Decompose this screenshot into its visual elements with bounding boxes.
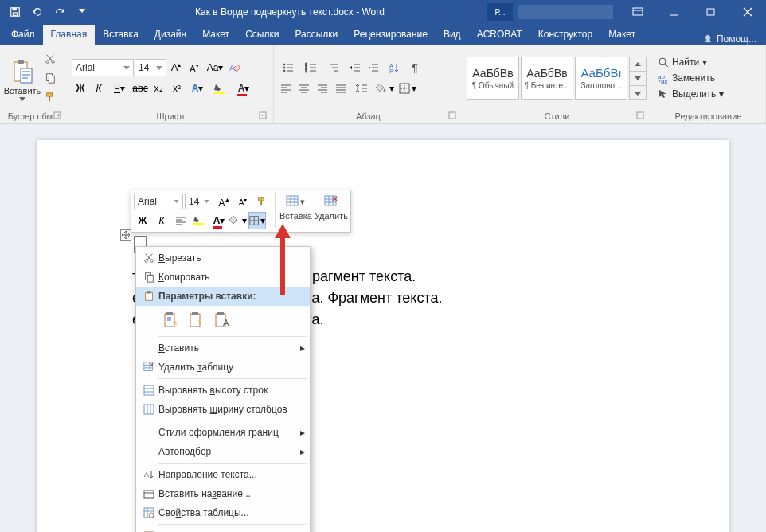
mini-highlight[interactable]: [191, 212, 209, 229]
ctx-insert[interactable]: Вставить▸: [136, 338, 310, 358]
style-no-spacing[interactable]: АаБбВв¶ Без инте...: [521, 57, 573, 100]
multilevel-list-button[interactable]: [323, 59, 346, 76]
ctx-text-direction[interactable]: АНаправление текста...: [136, 465, 310, 484]
mini-borders[interactable]: ▾: [248, 212, 266, 229]
mini-shrink-font[interactable]: A▾: [234, 193, 252, 210]
maximize-button[interactable]: [693, 0, 729, 24]
change-case-button[interactable]: Aa▾: [204, 59, 226, 76]
font-name-combo[interactable]: Arial: [72, 59, 134, 76]
font-size-combo[interactable]: 14: [135, 59, 166, 76]
replace-button[interactable]: abacЗаменить: [655, 71, 727, 85]
italic-button[interactable]: К: [90, 80, 107, 97]
mini-size-combo[interactable]: 14: [185, 194, 213, 209]
increase-indent-button[interactable]: [365, 59, 382, 76]
tell-me-box[interactable]: Помощ...: [704, 33, 766, 45]
save-button[interactable]: [5, 2, 25, 22]
shrink-font-button[interactable]: A▾: [186, 59, 203, 76]
show-marks-button[interactable]: ¶: [406, 59, 424, 76]
mini-format-painter[interactable]: [253, 193, 271, 210]
mini-align[interactable]: [172, 212, 190, 229]
paragraph-launcher[interactable]: [448, 111, 458, 121]
justify-button[interactable]: [332, 80, 350, 97]
tab-home[interactable]: Главная: [43, 25, 96, 45]
svg-text:A: A: [223, 318, 229, 327]
mini-bold[interactable]: Ж: [134, 212, 151, 229]
format-painter-button[interactable]: [41, 88, 59, 106]
style-heading1[interactable]: АаБбВıЗаголово...: [575, 57, 627, 100]
styles-scroll-down[interactable]: [629, 71, 647, 85]
minimize-button[interactable]: [656, 0, 693, 24]
mini-italic[interactable]: К: [153, 212, 170, 229]
bullets-button[interactable]: [277, 59, 299, 76]
tab-view[interactable]: Вид: [436, 25, 469, 45]
styles-scroll-up[interactable]: [629, 57, 647, 71]
ctx-table-properties[interactable]: Свойства таблицы...: [136, 503, 310, 522]
ctx-insert-caption[interactable]: Вставить название...: [136, 484, 310, 503]
mini-grow-font[interactable]: A▴: [215, 193, 233, 210]
tab-file[interactable]: Файл: [3, 25, 43, 45]
close-button[interactable]: [729, 0, 766, 24]
clipboard-launcher[interactable]: [53, 111, 63, 121]
styles-launcher[interactable]: [636, 111, 646, 121]
mini-font-combo[interactable]: Arial: [134, 194, 183, 209]
tab-review[interactable]: Рецензирование: [346, 25, 436, 45]
select-button[interactable]: Выделить ▾: [655, 87, 727, 101]
subscript-button[interactable]: x₂: [150, 80, 167, 97]
table-move-handle-icon[interactable]: [120, 229, 131, 241]
tab-table-design[interactable]: Конструктор: [530, 25, 600, 45]
borders-button[interactable]: ▾: [397, 80, 419, 97]
cut-button[interactable]: [41, 50, 59, 68]
numbering-button[interactable]: 123: [300, 59, 322, 76]
ctx-copy[interactable]: Копировать: [136, 268, 310, 287]
tab-insert[interactable]: Вставка: [95, 25, 147, 45]
account-button[interactable]: Р...: [487, 3, 513, 21]
mini-shading[interactable]: ▾: [229, 212, 247, 229]
paste-keep-formatting[interactable]: [160, 309, 182, 331]
underline-button[interactable]: Ч▾: [108, 80, 131, 97]
ctx-distribute-rows[interactable]: Выровнять высоту строк: [136, 381, 310, 400]
text-effects-button[interactable]: A▾: [186, 80, 209, 97]
tab-layout[interactable]: Макет: [194, 25, 237, 45]
grow-font-button[interactable]: A▴: [167, 59, 185, 76]
tab-acrobat[interactable]: ACROBAT: [469, 25, 530, 45]
mini-font-color[interactable]: A▾: [210, 212, 228, 229]
superscript-button[interactable]: x²: [168, 80, 186, 97]
tab-references[interactable]: Ссылки: [237, 25, 287, 45]
ctx-cut[interactable]: Вырезать: [136, 248, 310, 268]
align-left-button[interactable]: [277, 80, 295, 97]
redo-button[interactable]: [49, 2, 70, 22]
align-right-button[interactable]: [314, 80, 331, 97]
copy-button[interactable]: [41, 69, 59, 87]
paste-merge-formatting[interactable]: [186, 309, 208, 331]
paste-text-only[interactable]: A: [211, 309, 233, 331]
tab-design[interactable]: Дизайн: [147, 25, 194, 45]
styles-expand[interactable]: [629, 85, 647, 100]
paste-button[interactable]: Вставить: [3, 56, 41, 101]
mini-insert-group[interactable]: ▾ Вставка: [279, 193, 312, 229]
align-center-button[interactable]: [295, 80, 313, 97]
ctx-distribute-cols[interactable]: Выровнять ширину столбцов: [136, 400, 310, 419]
strikethrough-button[interactable]: abc: [131, 80, 149, 97]
qat-customize-button[interactable]: [72, 2, 92, 22]
sort-button[interactable]: AЯ: [383, 59, 405, 76]
font-launcher[interactable]: [259, 111, 268, 121]
clear-formatting-button[interactable]: A: [227, 59, 244, 76]
ctx-new-comment[interactable]: Создать примечание: [136, 526, 310, 532]
tab-mailings[interactable]: Рассылки: [287, 25, 346, 45]
decrease-indent-button[interactable]: [346, 59, 364, 76]
tab-table-layout[interactable]: Макет: [600, 25, 643, 45]
find-button[interactable]: Найти ▾: [655, 55, 727, 69]
mini-delete-group[interactable]: Удалить: [315, 193, 348, 229]
ctx-border-styles[interactable]: Стили оформления границ▸: [136, 423, 310, 442]
highlight-button[interactable]: [209, 80, 232, 97]
bold-button[interactable]: Ж: [72, 80, 89, 97]
font-color-button[interactable]: A▾: [233, 80, 255, 97]
ribbon-display-options-button[interactable]: [619, 0, 656, 24]
shading-button[interactable]: ▾: [373, 80, 396, 97]
ctx-autofit[interactable]: Автоподбор▸: [136, 442, 310, 461]
style-normal[interactable]: АаБбВв¶ Обычный: [467, 57, 519, 100]
document-area[interactable]: текста. Фрагмент текста. Фрагмент текста…: [0, 124, 766, 532]
undo-button[interactable]: [27, 2, 48, 22]
ctx-delete-table[interactable]: Удалить таблицу: [136, 358, 310, 377]
line-spacing-button[interactable]: [350, 80, 373, 97]
